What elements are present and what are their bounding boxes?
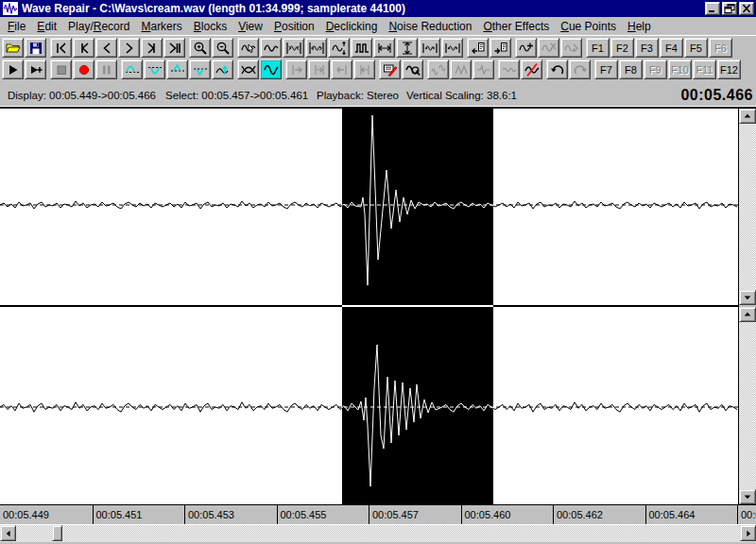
f9-button: F9 xyxy=(644,60,667,79)
f1-button[interactable]: F1 xyxy=(586,38,610,58)
cursor-time: 00:05.466 xyxy=(680,87,756,104)
wave-add-point-button[interactable] xyxy=(515,38,537,58)
f5-button[interactable]: F5 xyxy=(684,38,708,58)
select-range: Select: 00:05.457->00:05.461 xyxy=(165,90,317,101)
right-channel-pane[interactable] xyxy=(0,307,738,504)
ruler-label: 00:05.462 xyxy=(553,505,645,524)
prev-block-icon xyxy=(76,41,93,56)
f8-button[interactable]: F8 xyxy=(619,60,643,79)
toolbar-group xyxy=(467,38,512,59)
stop-button xyxy=(50,60,72,79)
peak-lower-button[interactable] xyxy=(189,60,211,79)
close-button[interactable] xyxy=(739,2,754,15)
shrink-view-button[interactable] xyxy=(419,38,440,58)
menu-cue-points[interactable]: Cue Points xyxy=(555,18,622,35)
goto-end-button[interactable] xyxy=(163,38,185,58)
menu-edit[interactable]: Edit xyxy=(31,18,62,35)
menu-declicking[interactable]: Declicking xyxy=(320,18,384,35)
scroll-up-icon[interactable] xyxy=(739,307,756,322)
peak-upper-button[interactable] xyxy=(166,60,188,79)
menu-view[interactable]: View xyxy=(232,18,268,35)
scroll-left-icon[interactable] xyxy=(0,525,16,541)
scroll-right-icon[interactable] xyxy=(740,525,756,541)
step-back-button[interactable] xyxy=(95,38,117,58)
left-channel-vscrollbar[interactable] xyxy=(739,109,756,305)
sample-view-button[interactable] xyxy=(351,38,372,58)
zoom-horizontal-out-button[interactable] xyxy=(305,38,327,58)
window-title: Wave Repair - C:\Wavs\cream.wav (length … xyxy=(22,2,703,15)
monitor-mute-button[interactable] xyxy=(521,60,542,79)
ruler-label: 00:05.449 xyxy=(0,505,93,524)
toolbar-group: F7F8F9F10F11F12 xyxy=(594,60,742,80)
scroll-down-icon[interactable] xyxy=(739,489,756,504)
f4-button[interactable]: F4 xyxy=(660,38,683,58)
block-list-window-button[interactable] xyxy=(490,38,511,58)
left-channel-pane[interactable] xyxy=(0,109,738,305)
play-button[interactable] xyxy=(2,60,24,79)
goto-start-button[interactable] xyxy=(50,38,72,58)
right-channel-vscrollbar[interactable] xyxy=(739,307,756,504)
prev-block-button[interactable] xyxy=(73,38,94,58)
menu-play-record[interactable]: Play/Record xyxy=(62,18,135,35)
f2-button[interactable]: F2 xyxy=(610,38,634,58)
amplify-button[interactable] xyxy=(212,60,233,79)
inspect-wave-button[interactable] xyxy=(402,60,423,79)
zoom-in-button[interactable] xyxy=(189,38,211,58)
toolbar-group xyxy=(2,38,47,59)
f7-button[interactable]: F7 xyxy=(594,60,618,79)
select-region-button[interactable] xyxy=(260,60,282,79)
patch-upper-button[interactable] xyxy=(121,60,143,79)
restore-button[interactable] xyxy=(722,2,737,15)
open-file-button[interactable] xyxy=(2,38,24,58)
record-button[interactable] xyxy=(73,60,94,79)
selection-highlight[interactable] xyxy=(342,109,493,305)
ruler-label: 00:05.460 xyxy=(461,505,554,524)
f3-button[interactable]: F3 xyxy=(635,38,659,58)
zoom-out-icon xyxy=(215,41,232,56)
wave-above-icon xyxy=(124,62,141,77)
next-block-button[interactable] xyxy=(141,38,163,58)
f12-button[interactable]: F12 xyxy=(717,60,741,79)
patch-lower-button[interactable] xyxy=(144,60,165,79)
vscrollbar-track[interactable] xyxy=(739,322,756,489)
waveform-area xyxy=(0,107,756,504)
interpolate-button xyxy=(498,60,520,79)
undo-button[interactable] xyxy=(546,60,568,79)
expand-view-button[interactable] xyxy=(441,38,463,58)
minimize-button[interactable] xyxy=(705,2,720,15)
menu-blocks[interactable]: Blocks xyxy=(188,18,232,35)
zoom-horizontal-in-button[interactable] xyxy=(283,38,304,58)
save-file-button[interactable] xyxy=(25,38,46,58)
scroll-up-icon[interactable] xyxy=(739,109,756,124)
view-whole-file-button[interactable] xyxy=(260,38,282,58)
horizontal-scrollbar[interactable] xyxy=(0,525,756,541)
menu-markers[interactable]: Markers xyxy=(135,18,187,35)
zoom-out-button[interactable] xyxy=(212,38,233,58)
zoom-selection-button[interactable] xyxy=(237,38,259,58)
play-append-button[interactable] xyxy=(25,60,46,79)
measure-height-button[interactable] xyxy=(396,38,418,58)
toolbar-group xyxy=(427,60,495,80)
declick-smooth-button xyxy=(427,60,449,79)
next-block-icon xyxy=(144,41,161,56)
ruler-label: 00:05.455 xyxy=(277,505,369,524)
toolbar-group xyxy=(546,60,592,80)
waveform-left-channel[interactable] xyxy=(0,109,738,305)
hscrollbar-thumb[interactable] xyxy=(52,525,62,541)
vertical-scrollbars xyxy=(739,109,756,504)
channel-swap-button[interactable] xyxy=(237,60,259,79)
menu-help[interactable]: Help xyxy=(622,18,657,35)
menu-position[interactable]: Position xyxy=(268,18,320,35)
measure-width-button[interactable] xyxy=(373,38,395,58)
zoom-vertical-button[interactable] xyxy=(328,38,350,58)
menu-noise-reduction[interactable]: Noise Reduction xyxy=(383,18,477,35)
step-forward-button[interactable] xyxy=(118,38,140,58)
vscrollbar-track[interactable] xyxy=(739,124,756,290)
waveform-right-channel[interactable] xyxy=(0,307,738,504)
menu-other-effects[interactable]: Other Effects xyxy=(477,18,555,35)
menu-file[interactable]: File xyxy=(2,18,31,35)
cue-list-window-button[interactable] xyxy=(467,38,489,58)
scroll-down-icon[interactable] xyxy=(739,290,756,305)
wave-shift-button xyxy=(560,38,582,58)
annotate-button[interactable] xyxy=(379,60,401,79)
